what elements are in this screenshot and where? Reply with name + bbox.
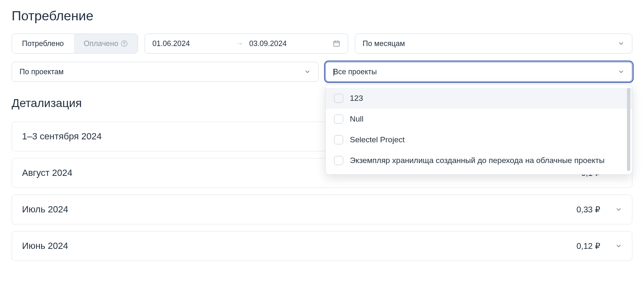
group-period-value: По месяцам: [363, 39, 405, 48]
tab-paid[interactable]: Оплачено: [74, 34, 138, 53]
checkbox[interactable]: [334, 156, 343, 165]
chevron-down-icon: [618, 68, 624, 75]
dropdown-option[interactable]: Экземпляр хранилища созданный до переход…: [326, 150, 632, 171]
option-label: 123: [350, 94, 363, 103]
help-icon[interactable]: [121, 40, 128, 47]
svg-point-1: [124, 45, 124, 45]
tab-consumed[interactable]: Потреблено: [12, 34, 74, 53]
detail-label: 1–3 сентября 2024: [22, 131, 102, 142]
option-label: Null: [350, 114, 364, 124]
checkbox[interactable]: [334, 114, 343, 124]
projects-select-placeholder: Все проекты: [333, 68, 377, 76]
dropdown-option[interactable]: 123: [326, 88, 632, 109]
detail-label: Июнь 2024: [22, 241, 68, 251]
detail-amount: 0,33 ₽: [577, 204, 600, 214]
group-scope-select[interactable]: По проектам: [12, 62, 319, 82]
view-mode-segmented: Потреблено Оплачено: [12, 34, 138, 54]
group-scope-value: По проектам: [20, 68, 64, 76]
svg-rect-2: [334, 41, 339, 46]
date-from: 01.06.2024: [152, 39, 230, 48]
dropdown-option[interactable]: Selectel Project: [326, 129, 632, 150]
tab-paid-label: Оплачено: [84, 39, 118, 48]
checkbox[interactable]: [334, 135, 343, 144]
chevron-down-icon: [304, 68, 311, 75]
chevron-down-icon: [615, 243, 622, 249]
detail-label: Июль 2024: [22, 204, 68, 215]
dropdown-option[interactable]: Null: [326, 109, 632, 129]
detail-row[interactable]: Июль 2024 0,33 ₽: [12, 195, 632, 224]
calendar-icon: [333, 40, 340, 47]
chevron-down-icon: [615, 206, 622, 213]
page-title: Потребление: [12, 8, 632, 24]
checkbox[interactable]: [334, 94, 343, 103]
filters-row-1: Потреблено Оплачено 01.06.2024 → 03.09.2…: [12, 34, 632, 54]
detail-label: Август 2024: [22, 168, 72, 178]
option-label: Selectel Project: [350, 135, 405, 144]
filters-row-2: По проектам Все проекты 123: [12, 62, 632, 82]
detail-row[interactable]: Июнь 2024 0,12 ₽: [12, 231, 632, 261]
group-period-select[interactable]: По месяцам: [355, 34, 632, 54]
tab-consumed-label: Потреблено: [22, 39, 64, 48]
projects-dropdown: 123 Null Selectel Project Экземпляр хран…: [325, 84, 632, 175]
chevron-down-icon: [618, 40, 624, 47]
date-to: 03.09.2024: [249, 39, 327, 48]
scrollbar-thumb[interactable]: [627, 88, 630, 171]
detail-amount: 0,12 ₽: [577, 241, 600, 251]
option-label: Экземпляр хранилища созданный до переход…: [350, 156, 605, 165]
arrow-right-icon: →: [236, 39, 243, 48]
date-range-picker[interactable]: 01.06.2024 → 03.09.2024: [145, 34, 348, 54]
projects-select[interactable]: Все проекты: [325, 62, 632, 82]
